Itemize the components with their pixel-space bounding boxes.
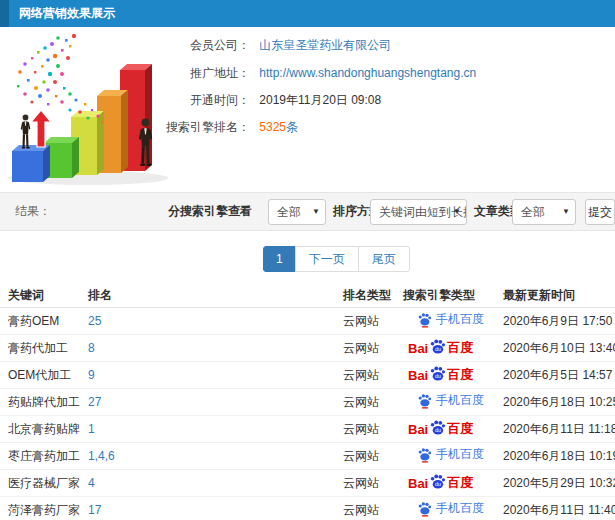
rank-link[interactable]: 27: [88, 395, 101, 409]
engine-filter-label: 分搜索引擎查看: [168, 193, 252, 230]
company-link[interactable]: 山东皇圣堂药业有限公司: [259, 38, 391, 52]
engine-cell: Bai du 百度: [403, 335, 503, 362]
rank-link[interactable]: 4: [88, 476, 95, 490]
table-row: 菏泽膏药厂家 17 云网站 手机百度 2020年6: [0, 497, 615, 520]
keyword-cell: 菏泽膏药厂家: [0, 497, 88, 520]
pc-baidu-logo: Bai du 百度: [408, 474, 473, 492]
pagination: 1 下一页 尾页: [263, 246, 410, 272]
engine-cell: 手机百度: [403, 389, 503, 416]
baidu-paw-icon: du: [429, 365, 446, 382]
keyword-cell: 枣庄膏药加工: [0, 443, 88, 470]
info-row-open-time: 开通时间： 2019年11月20日 09:08: [160, 93, 381, 108]
keyword-rank-table: 关键词 排名 排名类型 搜索引擎类型 最新更新时间 膏药OEM 25 云网站: [0, 283, 615, 520]
baidu-paw-icon: [417, 501, 432, 517]
last-page-button[interactable]: 尾页: [358, 246, 410, 272]
pc-baidu-logo: Bai du 百度: [408, 339, 473, 357]
rank-link[interactable]: 1,4,6: [88, 449, 115, 463]
svg-text:du: du: [435, 481, 441, 487]
update-time-cell: 2020年6月11日 11:18: [503, 416, 615, 443]
page-1-button[interactable]: 1: [263, 246, 296, 272]
table-header-row: 关键词 排名 排名类型 搜索引擎类型 最新更新时间: [0, 283, 615, 308]
baidu-paw-icon: [417, 312, 432, 328]
rank-cell: 4: [88, 470, 343, 497]
rank-type-cell: 云网站: [343, 308, 403, 335]
marketing-effect-page: 网络营销效果展示: [0, 0, 615, 520]
article-type-select[interactable]: 全部 ▼: [512, 199, 576, 225]
engine-cell: Bai du 百度: [403, 470, 503, 497]
table-row: 枣庄膏药加工 1,4,6 云网站 手机百度 202: [0, 443, 615, 470]
update-time-cell: 2020年6月18日 10:25: [503, 389, 615, 416]
filter-bar: 结果： 分搜索引擎查看 全部 ▼ 排序方式 关键词由短到长排序 ▼ 文章类型 全…: [0, 192, 615, 231]
rank-cell: 27: [88, 389, 343, 416]
rank-cell: 1,4,6: [88, 443, 343, 470]
sort-select[interactable]: 关键词由短到长排序 ▼: [370, 199, 467, 225]
engine-cell: 手机百度: [403, 308, 503, 335]
svg-text:du: du: [435, 373, 441, 379]
svg-text:du: du: [435, 346, 441, 352]
open-time-label: 开通时间：: [160, 93, 250, 108]
promo-url-link[interactable]: http://www.shandonghuangshengtang.cn: [259, 66, 476, 80]
businessman-left: [21, 115, 31, 149]
info-row-company: 会员公司： 山东皇圣堂药业有限公司: [160, 38, 391, 53]
rank-count-label: 搜索引擎排名：: [160, 120, 250, 135]
rank-link[interactable]: 17: [88, 503, 101, 517]
chevron-down-icon: ▼: [453, 200, 461, 224]
open-time-value: 2019年11月20日 09:08: [259, 93, 381, 107]
mobile-baidu-logo: 手机百度: [417, 500, 484, 517]
pc-baidu-logo: Bai du 百度: [408, 366, 473, 384]
rank-type-cell: 云网站: [343, 389, 403, 416]
rank-link[interactable]: 9: [88, 368, 95, 382]
rank-cell: 1: [88, 416, 343, 443]
col-keyword: 关键词: [0, 283, 88, 308]
growth-chart-illustration: [0, 30, 190, 190]
rank-type-cell: 云网站: [343, 443, 403, 470]
table-row: OEM代加工 9 云网站 Bai du 百度: [0, 362, 615, 389]
rank-link[interactable]: 1: [88, 422, 95, 436]
update-time-cell: 2020年6月11日 11:40: [503, 497, 615, 520]
rank-cell: 8: [88, 335, 343, 362]
pc-baidu-logo: Bai du 百度: [408, 420, 473, 438]
next-page-button[interactable]: 下一页: [295, 246, 359, 272]
engine-cell: Bai du 百度: [403, 362, 503, 389]
update-time-cell: 2020年6月9日 17:50: [503, 308, 615, 335]
rank-cell: 25: [88, 308, 343, 335]
rank-link[interactable]: 8: [88, 341, 95, 355]
table-row: 医疗器械厂家 4 云网站 Bai du 百度: [0, 470, 615, 497]
table-row: 膏药代加工 8 云网站 Bai du 百度: [0, 335, 615, 362]
table-row: 药贴牌代加工 27 云网站 手机百度 2020年6: [0, 389, 615, 416]
mobile-baidu-logo: 手机百度: [417, 446, 484, 463]
info-row-rank-count: 搜索引擎排名： 5325条: [160, 120, 298, 135]
col-rank-type: 排名类型: [343, 283, 403, 308]
engine-cell: 手机百度: [403, 443, 503, 470]
result-label: 结果：: [15, 193, 51, 230]
chevron-down-icon: ▼: [312, 200, 320, 224]
baidu-paw-icon: du: [429, 419, 446, 436]
rank-link[interactable]: 25: [88, 314, 101, 328]
submit-button[interactable]: 提交: [585, 199, 615, 225]
col-update-time: 最新更新时间: [503, 283, 615, 308]
promo-url-label: 推广地址：: [160, 66, 250, 81]
keyword-cell: 北京膏药贴牌: [0, 416, 88, 443]
keyword-cell: 药贴牌代加工: [0, 389, 88, 416]
page-header: 网络营销效果展示: [0, 0, 615, 27]
table-row: 北京膏药贴牌 1 云网站 Bai du 百度: [0, 416, 615, 443]
col-rank: 排名: [88, 283, 343, 308]
mobile-baidu-logo: 手机百度: [417, 311, 484, 328]
rank-type-cell: 云网站: [343, 335, 403, 362]
update-time-cell: 2020年6月10日 13:40: [503, 335, 615, 362]
baidu-paw-icon: [417, 447, 432, 463]
keyword-cell: 膏药代加工: [0, 335, 88, 362]
engine-cell: Bai du 百度: [403, 416, 503, 443]
rank-type-cell: 云网站: [343, 497, 403, 520]
baidu-paw-icon: [417, 393, 432, 409]
engine-cell: 手机百度: [403, 497, 503, 520]
keyword-cell: 医疗器械厂家: [0, 470, 88, 497]
rank-cell: 9: [88, 362, 343, 389]
engine-filter-select[interactable]: 全部 ▼: [268, 199, 326, 225]
rank-cell: 17: [88, 497, 343, 520]
table-row: 膏药OEM 25 云网站 手机百度 2020年6月: [0, 308, 615, 335]
rank-type-cell: 云网站: [343, 470, 403, 497]
company-label: 会员公司：: [160, 38, 250, 53]
update-time-cell: 2020年6月18日 10:19: [503, 443, 615, 470]
rank-type-cell: 云网站: [343, 416, 403, 443]
